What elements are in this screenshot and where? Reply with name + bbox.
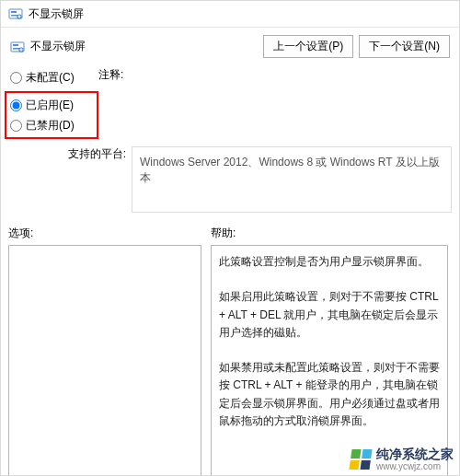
supported-label: 支持的平台:: [10, 146, 126, 162]
svg-rect-5: [18, 15, 19, 17]
policy-icon: [10, 40, 25, 54]
help-text: 此策略设置控制是否为用户显示锁屏界面。 如果启用此策略设置，则对于不需要按 CT…: [212, 246, 447, 437]
window-title: 不显示锁屏: [29, 6, 84, 22]
comments-label: 注释:: [98, 67, 452, 83]
policy-icon: [8, 6, 23, 21]
options-label: 选项:: [8, 226, 201, 241]
radio-not-configured-input[interactable]: [10, 72, 22, 84]
policy-identity: 不显示锁屏: [10, 39, 86, 54]
svg-rect-12: [20, 48, 21, 51]
radio-not-configured[interactable]: 未配置(C): [10, 67, 98, 87]
chevron-down-icon: [440, 7, 449, 17]
titlebar-control[interactable]: [435, 3, 454, 21]
titlebar: 不显示锁屏: [1, 1, 459, 28]
policy-name-label: 不显示锁屏: [30, 39, 86, 54]
next-setting-button[interactable]: 下一个设置(N): [359, 35, 450, 58]
svg-rect-6: [440, 7, 449, 17]
highlight-box: 已启用(E) 已禁用(D): [5, 91, 98, 139]
radio-enabled-label: 已启用(E): [26, 98, 74, 113]
supported-text: Windows Server 2012、Windows 8 或 Windows …: [140, 156, 440, 184]
help-panel: 此策略设置控制是否为用户显示锁屏界面。 如果启用此策略设置，则对于不需要按 CT…: [211, 245, 448, 476]
options-panel: [8, 245, 201, 476]
svg-rect-8: [13, 44, 18, 46]
radio-not-configured-label: 未配置(C): [26, 70, 75, 86]
radio-enabled[interactable]: 已启用(E): [10, 95, 93, 115]
help-label: 帮助:: [211, 226, 448, 241]
previous-setting-button[interactable]: 上一个设置(P): [263, 35, 353, 58]
radio-disabled-label: 已禁用(D): [26, 118, 75, 134]
radio-disabled[interactable]: 已禁用(D): [10, 115, 93, 135]
radio-disabled-input[interactable]: [10, 120, 22, 132]
radio-enabled-input[interactable]: [10, 99, 22, 111]
svg-rect-1: [11, 11, 17, 13]
supported-text-box: Windows Server 2012、Windows 8 或 Windows …: [132, 146, 452, 213]
